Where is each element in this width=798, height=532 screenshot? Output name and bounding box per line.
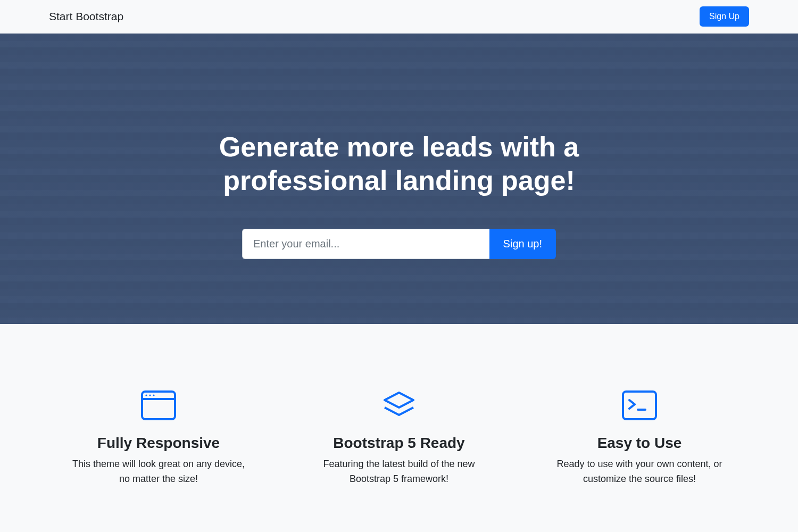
feature-desc: This theme will look great on any device… [68,457,249,487]
hero-form: Sign up! [242,229,556,259]
brand-link[interactable]: Start Bootstrap [49,10,123,23]
feature-responsive: Fully Responsive This theme will look gr… [49,388,268,487]
feature-desc: Featuring the latest build of the new Bo… [309,457,489,487]
feature-title: Fully Responsive [49,435,268,452]
feature-easy: Easy to Use Ready to use with your own c… [530,388,749,487]
svg-marker-5 [385,393,413,408]
terminal-icon [530,388,749,423]
hero-headline: Generate more leads with a professional … [144,130,654,197]
window-icon [49,388,268,423]
svg-point-3 [149,394,151,396]
svg-point-4 [153,394,154,396]
feature-title: Easy to Use [530,435,749,452]
feature-bootstrap: Bootstrap 5 Ready Featuring the latest b… [289,388,509,487]
signup-button[interactable]: Sign Up [700,6,749,27]
feature-desc: Ready to use with your own content, or c… [549,457,730,487]
navbar: Start Bootstrap Sign Up [0,0,798,34]
hero-submit-button[interactable]: Sign up! [489,229,556,259]
hero: Generate more leads with a professional … [0,34,798,324]
feature-title: Bootstrap 5 Ready [289,435,509,452]
email-input[interactable] [242,229,489,259]
svg-point-2 [145,394,147,396]
features-section: Fully Responsive This theme will look gr… [0,324,798,487]
layers-icon [289,388,509,423]
svg-rect-6 [623,392,656,419]
